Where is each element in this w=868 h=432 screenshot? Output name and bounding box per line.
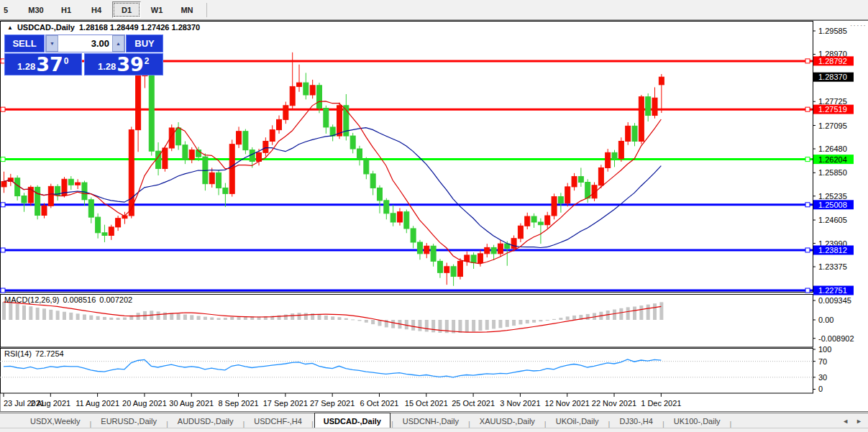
- svg-text:8 Sep 2021: 8 Sep 2021: [218, 399, 258, 408]
- chart-title-row: ▲ USDCAD-,Daily 1.28168 1.28449 1.27426 …: [7, 23, 200, 32]
- svg-text:1.27095: 1.27095: [818, 121, 847, 130]
- tab-scroll-right-icon[interactable]: ►: [856, 418, 862, 425]
- svg-text:17 Sep 2021: 17 Sep 2021: [263, 399, 308, 408]
- one-click-trade-panel: SELL ▼ 3.00 ▲ BUY 1.28 37 0 1.28 39 2: [4, 35, 163, 75]
- svg-text:1.27519: 1.27519: [818, 105, 847, 114]
- timeframe-button-W1[interactable]: W1: [142, 1, 171, 18]
- svg-text:0.009345: 0.009345: [818, 296, 851, 305]
- volume-decrease-icon[interactable]: ▼: [46, 35, 58, 52]
- bid-price[interactable]: 1.28 37 0: [4, 53, 82, 75]
- timeframe-button-H4[interactable]: H4: [82, 1, 111, 18]
- svg-text:12 Nov 2021: 12 Nov 2021: [545, 399, 590, 408]
- svg-text:1.25235: 1.25235: [818, 192, 847, 201]
- tab-usdxweekly[interactable]: USDX,Weekly: [22, 414, 88, 428]
- toolbar-separator: [206, 3, 207, 17]
- ohlc-values: 1.28168 1.28449 1.27426 1.28370: [79, 23, 200, 32]
- svg-text:1.25850: 1.25850: [818, 168, 847, 177]
- ask-pipette: 2: [145, 56, 150, 66]
- symbol-tab-bar: USDX,Weekly|EURUSD-,Daily|AUDUSD-,Daily|…: [0, 413, 868, 428]
- tab-ukoildaily[interactable]: UKOil-,Daily: [547, 414, 608, 428]
- bid-prefix: 1.28: [17, 61, 35, 72]
- tab-dj30h4[interactable]: DJ30-,H4: [611, 414, 661, 428]
- corner-dots: ·····: [850, 21, 867, 29]
- svg-text:15 Oct 2021: 15 Oct 2021: [405, 399, 448, 408]
- ask-big-digits: 39: [117, 55, 144, 73]
- svg-text:30: 30: [818, 373, 827, 382]
- bid-big-digits: 37: [36, 55, 63, 73]
- svg-text:1.28370: 1.28370: [818, 73, 847, 81]
- volume-input[interactable]: 3.00: [58, 35, 112, 52]
- volume-spinner: ▼ 3.00 ▲: [45, 35, 125, 52]
- svg-text:1.29585: 1.29585: [818, 27, 847, 35]
- svg-text:3 Nov 2021: 3 Nov 2021: [500, 399, 540, 408]
- chart-canvas[interactable]: 1.295851.289701.277251.270951.264801.258…: [0, 20, 868, 412]
- svg-text:11 Aug 2021: 11 Aug 2021: [76, 399, 119, 408]
- svg-text:1.25008: 1.25008: [818, 201, 847, 209]
- svg-text:22 Nov 2021: 22 Nov 2021: [592, 399, 636, 408]
- svg-text:6 Oct 2021: 6 Oct 2021: [360, 399, 399, 408]
- chart-window: 1.295851.289701.277251.270951.264801.258…: [0, 20, 868, 412]
- timeframe-button-H1[interactable]: H1: [52, 1, 81, 18]
- svg-text:30 Aug 2021: 30 Aug 2021: [169, 399, 214, 408]
- tab-uk100daily[interactable]: UK100-,Daily: [665, 414, 729, 428]
- svg-text:20 Aug 2021: 20 Aug 2021: [122, 399, 167, 408]
- svg-text:1 Dec 2021: 1 Dec 2021: [641, 399, 681, 408]
- symbol-title: USDCAD-,Daily: [17, 23, 75, 32]
- svg-text:27 Sep 2021: 27 Sep 2021: [310, 399, 355, 408]
- svg-text:0.00: 0.00: [818, 316, 833, 324]
- svg-text:-0.008902: -0.008902: [818, 334, 854, 343]
- svg-text:1.23375: 1.23375: [818, 262, 847, 271]
- timeframe-button-5[interactable]: 5: [0, 1, 20, 18]
- svg-text:1.26204: 1.26204: [818, 155, 847, 164]
- svg-text:2 Aug 2021: 2 Aug 2021: [30, 399, 70, 408]
- ask-price[interactable]: 1.28 39 2: [84, 53, 164, 75]
- timeframe-toolbar: 5M30H1H4D1W1MN: [0, 0, 868, 20]
- tab-usdcaddaily[interactable]: USDCAD-,Daily: [314, 413, 390, 428]
- status-bar: [0, 428, 868, 432]
- tab-eurusddaily[interactable]: EURUSD-,Daily: [92, 414, 165, 428]
- collapse-panel-icon[interactable]: ▲: [7, 24, 13, 31]
- timeframe-button-MN[interactable]: MN: [173, 1, 201, 18]
- svg-text:1.26480: 1.26480: [818, 144, 847, 153]
- tab-usdchfh4[interactable]: USDCHF-,H4: [245, 414, 311, 428]
- svg-text:100: 100: [818, 345, 831, 354]
- buy-button[interactable]: BUY: [126, 35, 163, 52]
- tab-scroll-arrows: ◄►: [842, 413, 862, 428]
- svg-text:1.22751: 1.22751: [818, 286, 847, 295]
- tab-usdcnhdaily[interactable]: USDCNH-,Daily: [394, 414, 467, 428]
- tab-scroll-left-icon[interactable]: ◄: [842, 418, 849, 425]
- svg-text:0: 0: [818, 385, 823, 393]
- tab-audusddaily[interactable]: AUDUSD-,Daily: [169, 414, 242, 428]
- svg-text:25 Oct 2021: 25 Oct 2021: [452, 399, 495, 408]
- svg-text:1.23812: 1.23812: [818, 246, 847, 254]
- ask-prefix: 1.28: [98, 61, 116, 72]
- svg-text:70: 70: [818, 357, 827, 366]
- svg-text:1.28792: 1.28792: [818, 57, 847, 65]
- sell-button[interactable]: SELL: [4, 35, 45, 52]
- volume-increase-icon[interactable]: ▲: [112, 35, 124, 52]
- timeframe-button-M30[interactable]: M30: [22, 1, 50, 18]
- timeframe-button-D1[interactable]: D1: [112, 1, 141, 18]
- tab-xauusddaily[interactable]: XAUUSD-,Daily: [471, 414, 544, 428]
- svg-text:1.24605: 1.24605: [818, 216, 847, 224]
- bid-pipette: 0: [64, 56, 69, 66]
